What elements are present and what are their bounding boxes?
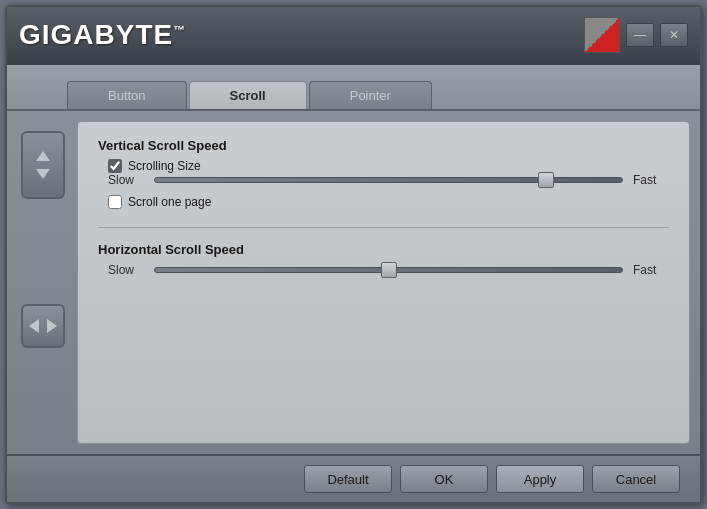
fast-label-1: Fast [633,173,669,187]
ok-button[interactable]: OK [400,465,488,493]
scroll-right-icon [47,319,57,333]
vertical-speed-slider[interactable] [154,177,623,183]
vertical-section-title: Vertical Scroll Speed [98,138,669,153]
scroll-one-page-label: Scroll one page [128,195,211,209]
apply-button[interactable]: Apply [496,465,584,493]
scroll-one-page-row: Scroll one page [98,195,669,209]
vertical-slider-row: Slow Fast [98,173,669,187]
logo-icon [584,17,620,53]
main-window: GIGABYTE™ — ✕ Button Scroll Pointer [5,5,702,504]
title-bar-controls: — ✕ [584,17,688,53]
slow-label-1: Slow [108,173,144,187]
tab-scroll[interactable]: Scroll [189,81,307,109]
horizontal-scroll-section: Horizontal Scroll Speed Slow Fast [98,242,669,277]
horizontal-scroll-control[interactable] [21,304,65,348]
default-button[interactable]: Default [304,465,392,493]
vertical-scroll-section: Vertical Scroll Speed Scrolling Size Slo… [98,138,669,213]
scroll-up-icon [36,151,50,161]
scrolling-size-label: Scrolling Size [128,159,201,173]
tab-button[interactable]: Button [67,81,187,109]
tab-bar: Button Scroll Pointer [7,65,700,111]
bottom-bar: Default OK Apply Cancel [7,454,700,502]
side-controls [17,121,69,444]
vertical-scroll-control[interactable] [21,131,65,199]
title-bar: GIGABYTE™ — ✕ [7,7,700,65]
scroll-one-page-checkbox[interactable] [108,195,122,209]
scrolling-size-checkbox[interactable] [108,159,122,173]
fast-label-2: Fast [633,263,669,277]
cancel-button[interactable]: Cancel [592,465,680,493]
tab-pointer[interactable]: Pointer [309,81,432,109]
close-button[interactable]: ✕ [660,23,688,47]
settings-panel: Vertical Scroll Speed Scrolling Size Slo… [77,121,690,444]
horizontal-slider-row: Slow Fast [98,263,669,277]
app-title: GIGABYTE™ [19,19,186,51]
scroll-down-icon [36,169,50,179]
horizontal-section-title: Horizontal Scroll Speed [98,242,669,257]
scrolling-size-row: Scrolling Size [98,159,669,173]
main-content: Vertical Scroll Speed Scrolling Size Slo… [7,111,700,454]
horizontal-speed-slider[interactable] [154,267,623,273]
section-divider [98,227,669,228]
slow-label-2: Slow [108,263,144,277]
scroll-left-icon [29,319,39,333]
minimize-button[interactable]: — [626,23,654,47]
